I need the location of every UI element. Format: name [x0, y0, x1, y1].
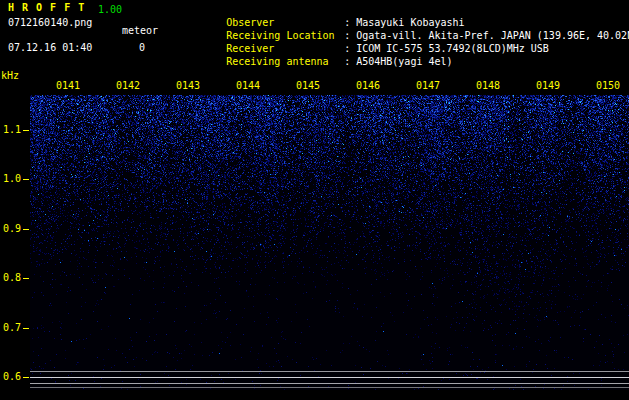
freq-axis-tick — [23, 229, 29, 230]
time-axis-label: 0142 — [116, 80, 140, 91]
info-separator: : — [344, 17, 350, 28]
output-filename: 0712160140.png — [8, 17, 92, 28]
meteor-count-label: meteor — [122, 25, 158, 36]
info-separator: : — [344, 30, 350, 41]
app-title: H R O F F T — [8, 2, 85, 13]
info-value: Ogata-vill. Akita-Pref. JAPAN (139.96E, … — [356, 30, 629, 41]
freq-axis-tick — [23, 179, 29, 180]
freq-axis-tick — [23, 328, 29, 329]
info-label: Receiving Location — [226, 29, 344, 42]
freq-unit-label: kHz — [1, 70, 19, 81]
info-label: Receiving antenna — [226, 55, 344, 68]
info-label: Observer — [226, 16, 344, 29]
time-axis-label: 0148 — [476, 80, 500, 91]
info-label: Receiver — [226, 42, 344, 55]
freq-axis-tick — [23, 130, 29, 131]
spectrogram-canvas — [30, 95, 629, 390]
freq-axis-label: 0.6 — [3, 371, 21, 382]
info-value: ICOM IC-575 53.7492(8LCD)MHz USB — [356, 43, 549, 54]
hrofft-screen: H R O F F T 1.00 0712160140.png meteor 0… — [0, 0, 629, 400]
time-axis-label: 0149 — [536, 80, 560, 91]
info-separator: : — [344, 56, 350, 67]
station-info-panel: Observer:Masayuki Kobayashi Receiving Lo… — [178, 3, 629, 55]
time-axis-label: 0144 — [236, 80, 260, 91]
time-axis-label: 0143 — [176, 80, 200, 91]
observation-timestamp: 07.12.16 01:40 — [8, 42, 92, 53]
info-separator: : — [344, 43, 350, 54]
freq-axis-label: 0.8 — [3, 272, 21, 283]
freq-axis-label: 0.7 — [3, 322, 21, 333]
freq-axis-label: 0.9 — [3, 223, 21, 234]
meteor-count-value: 0 — [139, 42, 145, 53]
freq-axis-label: 1.1 — [3, 124, 21, 135]
freq-axis-tick — [23, 377, 29, 378]
time-axis-label: 0146 — [356, 80, 380, 91]
time-axis-label: 0147 — [416, 80, 440, 91]
app-version: 1.00 — [98, 4, 122, 15]
freq-axis-label: 1.0 — [3, 173, 21, 184]
freq-axis-tick — [23, 278, 29, 279]
info-value: Masayuki Kobayashi — [356, 17, 464, 28]
time-axis-label: 0141 — [56, 80, 80, 91]
time-axis-label: 0150 — [596, 80, 620, 91]
time-axis-label: 0145 — [296, 80, 320, 91]
info-row-observer: Observer:Masayuki Kobayashi — [178, 3, 629, 16]
info-value: A504HB(yagi 4el) — [356, 56, 452, 67]
